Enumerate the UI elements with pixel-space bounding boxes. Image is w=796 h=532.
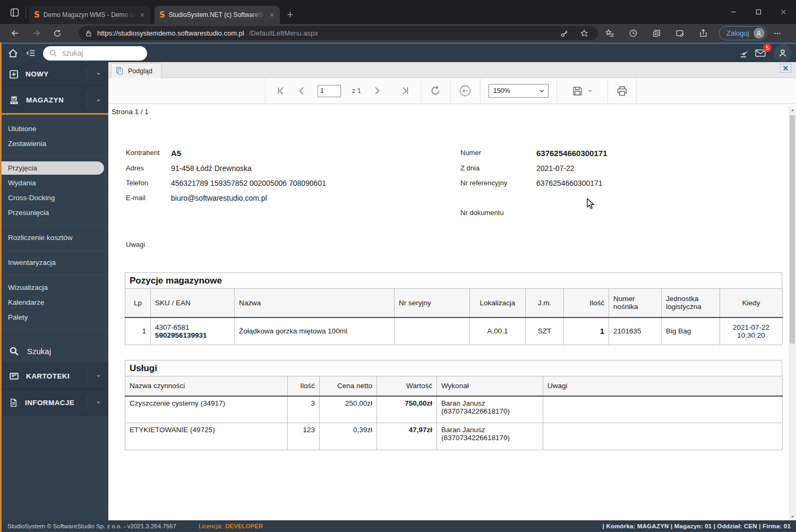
- browser-menu-icon[interactable]: [767, 29, 788, 38]
- sidebar-section-kartoteki[interactable]: KARTOTEKI: [0, 363, 108, 389]
- tab-close-icon[interactable]: [269, 12, 275, 18]
- sidebar-item-zestawienia[interactable]: Zestawienia: [0, 136, 108, 151]
- sidebar-item-przesuniecia[interactable]: Przesunięcia: [0, 205, 108, 220]
- chevron-up-icon[interactable]: [96, 97, 101, 103]
- column-header: Jednostka logistyczna: [662, 289, 720, 318]
- cell-wykonal: Baran Janusz (6370734226618170): [437, 423, 543, 450]
- sidebar-item-inwentaryzacja[interactable]: Inwentaryzacja: [0, 255, 108, 270]
- cell-nazwa-czynnosci: Czyszczenie cysterny (34917): [125, 396, 288, 423]
- column-header: Ilość: [288, 376, 320, 396]
- titlebar-divider: [25, 7, 26, 19]
- sidebar-item-przyjecia[interactable]: Przyjęcia: [0, 161, 104, 175]
- field-nr-referencyjny: Nr referencyjny 6376254660300171: [460, 179, 603, 187]
- home-icon[interactable]: [8, 48, 18, 58]
- send-plane-icon[interactable]: [739, 47, 750, 59]
- save-chevron-down-icon[interactable]: [587, 88, 593, 93]
- sidebar: NOWY MAGAZYN Ulubione Zestawienia Przyję…: [0, 62, 108, 520]
- tab-close-icon[interactable]: [139, 12, 145, 18]
- first-page-icon[interactable]: [276, 86, 286, 96]
- previous-page-icon[interactable]: [297, 86, 306, 96]
- zoom-group: 150%: [481, 78, 557, 104]
- field-nr-dokumentu: Nr dokumentu: [460, 209, 536, 217]
- sidebar-section-informacje[interactable]: INFORMACJE: [0, 389, 108, 416]
- refresh-icon[interactable]: [47, 29, 68, 38]
- mail-icon[interactable]: 5: [755, 47, 769, 59]
- field-value: biuro@softwarestudio.com.pl: [171, 194, 267, 202]
- window-minimize-button[interactable]: [721, 0, 746, 23]
- app-search-box[interactable]: [43, 46, 147, 61]
- forward-icon[interactable]: [25, 29, 47, 38]
- address-bar[interactable]: https://studiosystemdemo.softwarestudio.…: [79, 26, 598, 40]
- web-capture-icon[interactable]: [668, 29, 691, 38]
- save-icon[interactable]: [572, 85, 583, 97]
- vertical-scrollbar[interactable]: [789, 106, 796, 520]
- browser-tab-studiosystem[interactable]: S StudioSystem.NET (c) SoftwareSt: [155, 6, 280, 24]
- zoom-select[interactable]: 150%: [489, 84, 549, 98]
- sidebar-item-wizualizacja[interactable]: Wizualizacja: [0, 280, 108, 295]
- mouse-cursor: [586, 198, 595, 210]
- back-circle-icon[interactable]: [459, 84, 472, 97]
- workspaces-icon[interactable]: [6, 4, 22, 20]
- sidebar-item-palety[interactable]: Palety: [0, 310, 108, 325]
- window-maximize-button[interactable]: [746, 0, 771, 23]
- collections-icon[interactable]: [645, 29, 668, 38]
- tab-podglad[interactable]: Podgląd: [111, 63, 161, 78]
- column-header: Lokalizacja: [470, 289, 526, 318]
- field-email: E-mail biuro@softwarestudio.com.pl: [126, 194, 267, 202]
- window-close-button[interactable]: [771, 0, 796, 23]
- share-icon[interactable]: [691, 29, 715, 38]
- last-page-icon[interactable]: [400, 86, 410, 96]
- favorites-icon[interactable]: [598, 29, 621, 38]
- sidebar-item-kalendarze[interactable]: Kalendarze: [0, 295, 108, 310]
- sidebar-item-wydania[interactable]: Wydania: [0, 176, 108, 191]
- submenu-divider: [0, 275, 108, 276]
- field-value: 6376254660300171: [536, 149, 607, 158]
- field-value: 6376254660300171: [536, 179, 603, 187]
- browser-toolbar: https://studiosystemdemo.softwarestudio.…: [0, 24, 796, 42]
- cell-lokalizacja: A.00.1: [470, 318, 526, 345]
- print-icon[interactable]: [617, 85, 628, 97]
- sidebar-item-szukaj[interactable]: Szukaj: [0, 339, 108, 363]
- account-icon[interactable]: [774, 44, 792, 62]
- cell-uwagi: [543, 423, 783, 450]
- browser-tab-demo-magazyn[interactable]: S Demo Magazyn WMS - Demo or: [29, 6, 150, 24]
- chevron-down-icon[interactable]: [96, 400, 101, 406]
- chevron-down-icon[interactable]: [96, 71, 101, 77]
- menu-outdent-icon[interactable]: [26, 48, 36, 58]
- sidebar-item-ulubione[interactable]: Ulubione: [0, 122, 108, 136]
- chevron-down-icon[interactable]: [96, 373, 101, 379]
- field-value: A5: [171, 149, 181, 158]
- sidebar-section-magazyn[interactable]: MAGAZYN: [0, 87, 108, 115]
- preview-close-icon[interactable]: [781, 64, 791, 72]
- tab-title: StudioSystem.NET (c) SoftwareSt: [169, 11, 265, 19]
- sidebar-section-label: KARTOTEKI: [26, 372, 70, 380]
- scroll-down-icon[interactable]: [789, 513, 796, 520]
- zoom-value: 150%: [493, 87, 510, 95]
- refresh-preview-icon[interactable]: [430, 85, 441, 97]
- history-icon[interactable]: [621, 29, 645, 38]
- new-tab-icon[interactable]: [286, 11, 294, 19]
- pozycje-title: Pozycje magazynowe: [125, 272, 782, 288]
- sidebar-item-cross-docking[interactable]: Cross-Docking: [0, 191, 108, 205]
- sidebar-item-rozliczenie-kosztow[interactable]: Rozliczenie kosztów: [0, 230, 108, 245]
- back-icon[interactable]: [4, 29, 25, 38]
- column-header: Ilość: [564, 289, 609, 318]
- accent-left-border: [0, 42, 2, 532]
- refresh-group: [421, 78, 451, 104]
- tab-title: Demo Magazyn WMS - Demo or: [44, 11, 135, 19]
- scrollbar-thumb[interactable]: [790, 115, 795, 344]
- tab-favicon: S: [159, 10, 165, 20]
- plus-square-icon: [9, 70, 19, 79]
- field-z-dnia: Z dnia 2021-07-22: [460, 164, 575, 173]
- search-input[interactable]: [62, 49, 126, 57]
- page-number-input[interactable]: [318, 85, 341, 97]
- password-key-icon[interactable]: [557, 29, 572, 38]
- sidebar-section-nowy[interactable]: NOWY: [0, 62, 108, 87]
- next-page-icon[interactable]: [372, 86, 382, 96]
- add-favorite-star-icon[interactable]: [577, 29, 592, 38]
- scroll-up-icon[interactable]: [789, 106, 796, 114]
- sidebar-item-label: Szukaj: [27, 347, 51, 356]
- login-button[interactable]: Zaloguj: [719, 26, 767, 40]
- submenu-divider: [0, 250, 108, 251]
- document-icon: [9, 398, 18, 407]
